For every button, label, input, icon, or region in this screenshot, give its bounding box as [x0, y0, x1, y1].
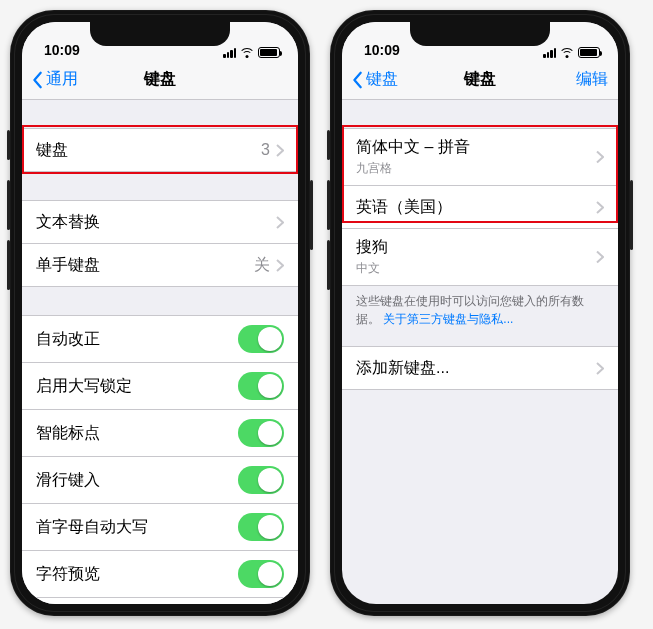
row-period-shortcut[interactable]: 句号快捷键: [22, 597, 298, 604]
status-time: 10:09: [44, 42, 80, 58]
row-keyboard-sogou[interactable]: 搜狗 中文: [342, 228, 618, 285]
row-label: 首字母自动大写: [36, 517, 148, 538]
chevron-right-icon: [596, 362, 604, 375]
chevron-left-icon: [32, 71, 44, 89]
privacy-link[interactable]: 关于第三方键盘与隐私...: [383, 312, 513, 326]
row-label: 智能标点: [36, 423, 100, 444]
status-indicators: [223, 47, 280, 58]
wifi-icon: [240, 48, 254, 58]
toggle-switch[interactable]: [238, 560, 284, 588]
row-value: 3: [261, 141, 270, 159]
row-label: 简体中文 – 拼音: [356, 137, 470, 158]
row-label: 键盘: [36, 140, 68, 161]
row-keyboard-en[interactable]: 英语（美国）: [342, 185, 618, 228]
row-caps-lock[interactable]: 启用大写锁定: [22, 362, 298, 409]
status-time: 10:09: [364, 42, 400, 58]
chevron-right-icon: [596, 201, 604, 214]
row-label: 自动改正: [36, 329, 100, 350]
row-label: 搜狗: [356, 237, 388, 258]
row-auto-cap[interactable]: 首字母自动大写: [22, 503, 298, 550]
edit-button[interactable]: 编辑: [576, 60, 608, 99]
battery-icon: [578, 47, 600, 58]
row-one-handed[interactable]: 单手键盘 关: [22, 243, 298, 286]
chevron-left-icon: [352, 71, 364, 89]
settings-list[interactable]: 键盘 3 文本替换: [22, 100, 298, 604]
row-sublabel: 中文: [356, 260, 380, 277]
toggle-switch[interactable]: [238, 513, 284, 541]
nav-title: 键盘: [464, 69, 496, 90]
row-label: 添加新键盘...: [356, 358, 449, 379]
phone-right: 10:09 键盘 键盘 编辑 简体中文 –: [330, 10, 630, 616]
toggle-switch[interactable]: [238, 372, 284, 400]
signal-icon: [543, 48, 556, 58]
toggle-switch[interactable]: [238, 419, 284, 447]
row-label: 文本替换: [36, 212, 100, 233]
row-text-replacement[interactable]: 文本替换: [22, 200, 298, 243]
row-auto-correct[interactable]: 自动改正: [22, 315, 298, 362]
toggle-switch[interactable]: [238, 466, 284, 494]
row-slide-type[interactable]: 滑行键入: [22, 456, 298, 503]
battery-icon: [258, 47, 280, 58]
notch: [410, 22, 550, 46]
row-label: 字符预览: [36, 564, 100, 585]
chevron-right-icon: [276, 144, 284, 157]
chevron-right-icon: [276, 216, 284, 229]
row-value: 关: [254, 255, 270, 276]
footer-note: 这些键盘在使用时可以访问您键入的所有数据。 关于第三方键盘与隐私...: [342, 286, 618, 328]
back-button[interactable]: 通用: [28, 60, 82, 99]
edit-label: 编辑: [576, 69, 608, 90]
toggle-switch[interactable]: [238, 325, 284, 353]
row-add-keyboard[interactable]: 添加新键盘...: [342, 346, 618, 389]
chevron-right-icon: [276, 259, 284, 272]
row-label: 滑行键入: [36, 470, 100, 491]
phone-left: 10:09 通用 键盘 键盘 3: [10, 10, 310, 616]
nav-bar: 通用 键盘: [22, 60, 298, 100]
row-label: 单手键盘: [36, 255, 100, 276]
nav-title: 键盘: [144, 69, 176, 90]
row-smart-punctuation[interactable]: 智能标点: [22, 409, 298, 456]
screen-left: 10:09 通用 键盘 键盘 3: [22, 22, 298, 604]
screen-right: 10:09 键盘 键盘 编辑 简体中文 –: [342, 22, 618, 604]
nav-bar: 键盘 键盘 编辑: [342, 60, 618, 100]
row-keyboard-zh[interactable]: 简体中文 – 拼音 九宫格: [342, 128, 618, 185]
keyboard-list[interactable]: 简体中文 – 拼音 九宫格 英语（美国） 搜狗 中文: [342, 100, 618, 604]
row-char-preview[interactable]: 字符预览: [22, 550, 298, 597]
back-button[interactable]: 键盘: [348, 60, 402, 99]
wifi-icon: [560, 48, 574, 58]
row-label: 启用大写锁定: [36, 376, 132, 397]
back-label: 通用: [46, 69, 78, 90]
status-indicators: [543, 47, 600, 58]
row-keyboards[interactable]: 键盘 3: [22, 128, 298, 171]
back-label: 键盘: [366, 69, 398, 90]
chevron-right-icon: [596, 251, 604, 264]
row-sublabel: 九宫格: [356, 160, 392, 177]
chevron-right-icon: [596, 151, 604, 164]
signal-icon: [223, 48, 236, 58]
notch: [90, 22, 230, 46]
row-label: 英语（美国）: [356, 197, 452, 218]
